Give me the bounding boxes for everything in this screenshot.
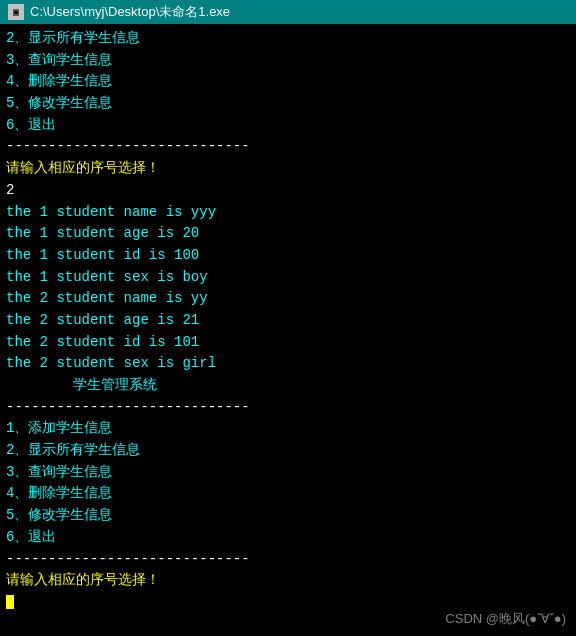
console-line: 6、退出 xyxy=(6,115,570,137)
title-bar: ▣ C:\Users\myj\Desktop\未命名1.exe xyxy=(0,0,576,24)
console-line: ----------------------------- xyxy=(6,549,570,571)
console-line: 3、查询学生信息 xyxy=(6,50,570,72)
console-line: 5、修改学生信息 xyxy=(6,505,570,527)
console-line: the 1 student age is 20 xyxy=(6,223,570,245)
console-line: the 1 student name is yyy xyxy=(6,202,570,224)
console-line: 2、显示所有学生信息 xyxy=(6,440,570,462)
console-line: 4、删除学生信息 xyxy=(6,483,570,505)
title-bar-icon: ▣ xyxy=(8,4,24,20)
console-line: 请输入相应的序号选择！ xyxy=(6,158,570,180)
console-line: the 2 student sex is girl xyxy=(6,353,570,375)
console-line: 5、修改学生信息 xyxy=(6,93,570,115)
console-line: the 2 student age is 21 xyxy=(6,310,570,332)
console-line: the 1 student id is 100 xyxy=(6,245,570,267)
console-line: 学生管理系统 xyxy=(6,375,570,397)
console-line: 4、删除学生信息 xyxy=(6,71,570,93)
console-line: 6、退出 xyxy=(6,527,570,549)
console-line: 3、查询学生信息 xyxy=(6,462,570,484)
console-line: the 2 student name is yy xyxy=(6,288,570,310)
console-line: 2、显示所有学生信息 xyxy=(6,28,570,50)
console-line: the 1 student sex is boy xyxy=(6,267,570,289)
console-line: 2 xyxy=(6,180,570,202)
console-line: 请输入相应的序号选择！ xyxy=(6,570,570,592)
console-line: ----------------------------- xyxy=(6,397,570,419)
console-line: the 2 student id is 101 xyxy=(6,332,570,354)
console-line: ----------------------------- xyxy=(6,136,570,158)
title-bar-text: C:\Users\myj\Desktop\未命名1.exe xyxy=(30,3,230,21)
console-output: 2、显示所有学生信息3、查询学生信息4、删除学生信息5、修改学生信息6、退出--… xyxy=(0,24,576,618)
console-line: 1、添加学生信息 xyxy=(6,418,570,440)
watermark: CSDN @晚风(●ˇ∀ˇ●) xyxy=(445,610,566,628)
